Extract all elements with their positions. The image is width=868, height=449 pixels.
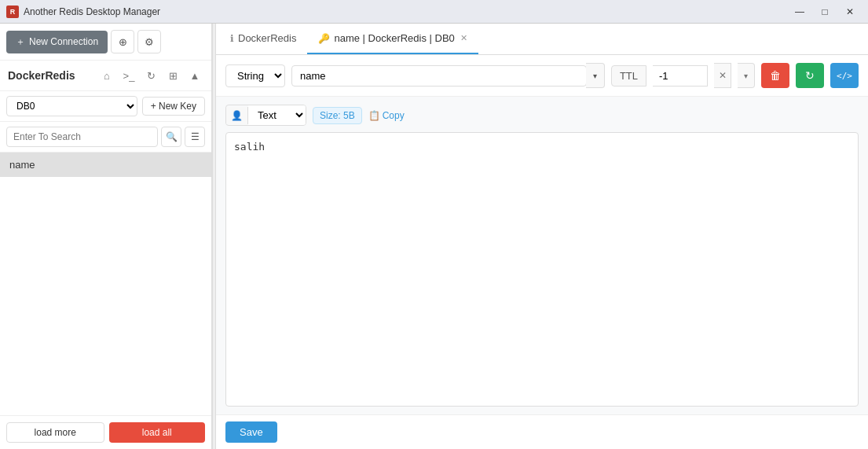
ttl-clear-button[interactable]: ✕ — [714, 63, 731, 88]
gear-icon: ⚙ — [145, 36, 154, 48]
size-badge: Size: 5B — [313, 107, 362, 124]
connection-header: DockerRedis ⌂ >_ ↻ ⊞ ▲ — [0, 61, 211, 91]
home-icon: ⌂ — [104, 70, 110, 82]
copy-button[interactable]: 📋 Copy — [368, 110, 405, 121]
new-connection-button[interactable]: ＋ New Connection — [6, 31, 108, 53]
key-type-selector[interactable]: String Hash List Set ZSet — [225, 64, 285, 87]
app-title: Another Redis Desktop Manager — [24, 6, 788, 17]
value-textarea[interactable]: salih — [225, 132, 859, 407]
info-icon: ℹ — [230, 33, 234, 44]
tab-dockerredis[interactable]: ℹ DockerRedis — [219, 24, 307, 54]
key-icon: 🔑 — [318, 33, 330, 44]
ttl-input[interactable] — [653, 65, 708, 86]
format-icon: 👤 — [226, 107, 248, 124]
network-icon: ⊕ — [119, 36, 127, 48]
code-icon: </> — [837, 71, 852, 81]
db-row: DB0 DB1 DB2 + New Key — [0, 91, 211, 122]
settings-tab-button[interactable]: ⚙ — [137, 30, 161, 53]
window-controls: — □ ✕ — [788, 4, 862, 20]
refresh-key-button[interactable]: ↻ — [796, 63, 824, 88]
search-button[interactable]: 🔍 — [161, 127, 181, 147]
minimize-button[interactable]: — — [788, 4, 811, 20]
refresh-icon: ↻ — [147, 70, 156, 82]
main-content: ℹ DockerRedis 🔑 name | DockerRedis | DB0… — [216, 24, 868, 449]
ttl-label: TTL — [611, 65, 646, 86]
connections-tab-button[interactable]: ⊕ — [111, 30, 134, 53]
db-selector[interactable]: DB0 DB1 DB2 — [6, 96, 137, 116]
tab-name-key[interactable]: 🔑 name | DockerRedis | DB0 ✕ — [307, 24, 478, 54]
maximize-button[interactable]: □ — [813, 4, 837, 20]
grid-icon: ⊞ — [169, 70, 178, 82]
collapse-icon: ▲ — [190, 70, 200, 82]
load-all-button[interactable]: load all — [109, 422, 206, 443]
terminal-icon: >_ — [123, 70, 135, 82]
app-icon: R — [6, 6, 19, 18]
format-selector[interactable]: Text JSON Hex Binary — [248, 105, 306, 125]
value-area: 👤 Text JSON Hex Binary Size: 5B 📋 Copy s… — [216, 97, 868, 414]
close-button[interactable]: ✕ — [838, 4, 862, 20]
sidebar-toolbar: ＋ New Connection ⊕ ⚙ — [0, 24, 211, 61]
copy-icon: 📋 — [368, 110, 380, 121]
key-item[interactable]: name — [0, 153, 211, 177]
save-row: Save — [216, 414, 868, 449]
terminal-button[interactable]: >_ — [120, 67, 137, 84]
value-toolbar: 👤 Text JSON Hex Binary Size: 5B 📋 Copy — [225, 105, 859, 126]
trash-icon: 🗑 — [770, 69, 781, 82]
plus-icon: ＋ — [16, 35, 25, 49]
save-button[interactable]: Save — [225, 421, 277, 443]
key-name-dropdown[interactable]: ▾ — [586, 63, 605, 88]
format-selector-wrap: 👤 Text JSON Hex Binary — [225, 105, 306, 126]
home-button[interactable]: ⌂ — [98, 67, 115, 84]
titlebar: R Another Redis Desktop Manager — □ ✕ — [0, 0, 868, 24]
refresh-value-icon: ↻ — [805, 69, 815, 82]
new-key-button[interactable]: + New Key — [142, 97, 205, 116]
tabs-bar: ℹ DockerRedis 🔑 name | DockerRedis | DB0… — [216, 24, 868, 55]
sidebar: ＋ New Connection ⊕ ⚙ DockerRedis ⌂ >_ ↻ — [0, 24, 212, 449]
list-icon: ☰ — [191, 131, 200, 142]
search-icon: 🔍 — [166, 131, 178, 142]
collapse-button[interactable]: ▲ — [186, 67, 203, 84]
filter-button[interactable]: ☰ — [185, 127, 205, 147]
key-list: name — [0, 153, 211, 415]
sidebar-footer: load more load all — [0, 415, 211, 449]
code-button[interactable]: </> — [830, 63, 859, 88]
key-name-input[interactable] — [291, 65, 587, 86]
grid-button[interactable]: ⊞ — [164, 67, 181, 84]
search-row: 🔍 ☰ — [0, 122, 211, 153]
tab-close-button[interactable]: ✕ — [460, 33, 467, 43]
connection-name: DockerRedis — [8, 69, 93, 82]
key-toolbar: String Hash List Set ZSet ▾ TTL ✕ ▾ 🗑 ↻ … — [216, 55, 868, 97]
refresh-connection-button[interactable]: ↻ — [142, 67, 159, 84]
search-input[interactable] — [6, 127, 158, 147]
ttl-dropdown-button[interactable]: ▾ — [738, 63, 755, 88]
app-body: ＋ New Connection ⊕ ⚙ DockerRedis ⌂ >_ ↻ — [0, 24, 868, 449]
load-more-button[interactable]: load more — [6, 422, 104, 443]
delete-key-button[interactable]: 🗑 — [761, 63, 789, 88]
